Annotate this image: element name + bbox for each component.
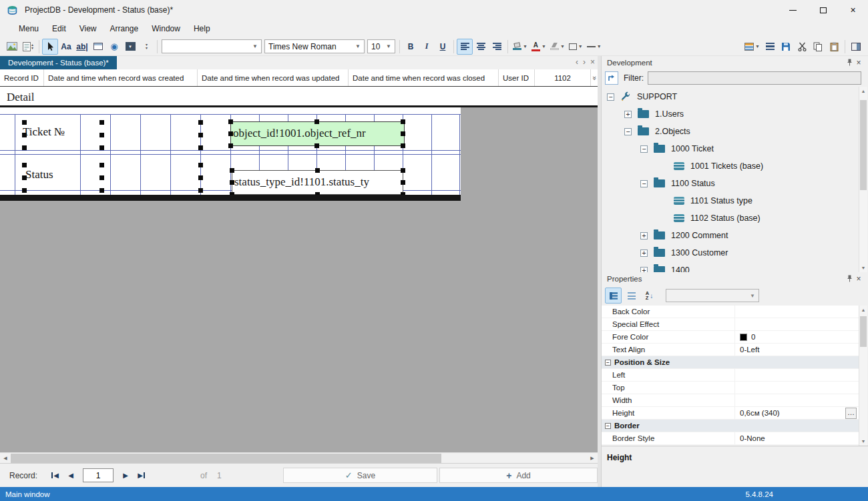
sort-az-button[interactable]: AZ↓ — [641, 288, 658, 304]
ticket-field-control[interactable]: object_id!1001.object_ref_nr — [230, 121, 405, 146]
paste-button[interactable] — [826, 39, 842, 55]
property-row-height[interactable]: Height 0,6см (340) — [602, 407, 859, 420]
bold-button[interactable]: B — [403, 39, 419, 55]
field-column-record-id[interactable]: Record ID — [0, 69, 44, 86]
italic-button[interactable]: I — [419, 39, 435, 55]
tree-toggle[interactable]: + — [640, 249, 648, 257]
tree-toggle[interactable]: + — [640, 267, 648, 273]
scroll-up-arrow-icon[interactable]: ▲ — [859, 87, 867, 95]
style-combo[interactable]: ▼ — [162, 39, 262, 53]
add-record-button[interactable]: +Add — [439, 468, 598, 483]
tab-development-status[interactable]: Development - Status (base)* — [0, 56, 117, 69]
field-column-closed[interactable]: Date and time when record was closed — [349, 69, 499, 86]
property-category-position-size[interactable]: − Position & Size — [602, 356, 859, 369]
tree-item-1400[interactable]: + 1400 — [602, 262, 859, 272]
property-row-border-style[interactable]: Border Style 0-None — [602, 432, 859, 445]
scroll-down-arrow-icon[interactable]: ▼ — [859, 264, 867, 272]
menu-item-menu[interactable]: Menu — [12, 21, 45, 36]
close-button[interactable]: × — [838, 0, 868, 20]
scroll-down-arrow-icon[interactable]: ▼ — [859, 437, 867, 446]
panels-button[interactable] — [848, 39, 864, 55]
ticket-label-control[interactable]: Ticket № — [23, 125, 65, 139]
underline-button[interactable]: U — [435, 39, 451, 55]
property-row-text-align[interactable]: Text Align 0-Left — [602, 344, 859, 356]
tree-toggle[interactable]: + — [640, 232, 648, 239]
tree-toggle[interactable]: − — [607, 93, 614, 101]
form-grid[interactable]: Ticket № Status object_id!1001.object_re… — [0, 107, 461, 201]
scroll-left-arrow-icon[interactable]: ◀ — [0, 453, 11, 464]
combobox-tool-button[interactable]: ▾ — [122, 39, 138, 55]
scrollbar-thumb[interactable] — [11, 454, 441, 463]
last-record-button[interactable]: ▶ — [134, 468, 150, 483]
tree-toggle[interactable]: + — [624, 111, 632, 118]
back-color-button[interactable]: ▼ — [511, 39, 529, 55]
goto-object-button[interactable] — [605, 71, 618, 85]
tree-item-1100-status[interactable]: − 1100 Status — [602, 175, 859, 192]
tree-scrollbar[interactable]: ▲ ▼ — [859, 87, 867, 272]
save-record-button[interactable]: ✓Save — [283, 468, 437, 483]
property-row-left[interactable]: Left — [602, 369, 859, 382]
scrollbar-thumb[interactable] — [860, 100, 867, 190]
first-record-button[interactable]: ◀ — [47, 468, 63, 483]
filter-input[interactable] — [648, 71, 861, 85]
tree-item-1102-status-base[interactable]: 1102 Status (base) — [602, 209, 859, 227]
border-button[interactable]: ▼ — [567, 39, 585, 55]
tree-toggle[interactable]: − — [640, 180, 648, 187]
menu-item-help[interactable]: Help — [187, 21, 217, 36]
scrollbar-thumb[interactable] — [860, 316, 867, 347]
horizontal-scrollbar[interactable]: ◀ ▶ — [0, 452, 598, 463]
label-tool-button[interactable]: Aa — [58, 39, 74, 55]
status-field-control[interactable]: status_type_id!1101.status_ty — [232, 170, 403, 195]
toolbar-overflow-button[interactable]: ▾▾ — [138, 39, 154, 55]
property-row-special-effect[interactable]: Special Effect — [602, 318, 859, 331]
maximize-button[interactable] — [808, 0, 838, 20]
detail-band-header[interactable]: Detail — [0, 87, 598, 107]
cut-button[interactable] — [794, 39, 810, 55]
save-toolbar-button[interactable] — [778, 39, 794, 55]
textbox-tool-button[interactable]: ab| — [74, 39, 90, 55]
field-column-created[interactable]: Date and time when record was created — [44, 69, 198, 86]
category-collapse-icon[interactable]: − — [605, 423, 611, 429]
property-row-width[interactable]: Width — [602, 394, 859, 407]
tab-scroll-right-button[interactable]: › — [583, 57, 586, 67]
field-list-button[interactable] — [762, 39, 778, 55]
align-right-button[interactable] — [489, 39, 505, 55]
category-collapse-icon[interactable]: − — [605, 360, 611, 366]
tab-scroll-left-button[interactable]: ‹ — [576, 57, 578, 67]
categorized-view-button[interactable] — [605, 288, 622, 304]
selection-handles[interactable] — [22, 120, 27, 125]
menu-item-edit[interactable]: Edit — [45, 21, 73, 36]
property-row-fore-color[interactable]: Fore Color 0 — [602, 331, 859, 344]
align-left-button[interactable] — [457, 39, 473, 55]
font-family-combo[interactable]: Times New Roman▼ — [264, 39, 365, 53]
properties-panel-close-icon[interactable]: × — [854, 274, 863, 284]
frame-tool-button[interactable] — [90, 39, 106, 55]
pin-icon[interactable] — [845, 59, 854, 67]
highlight-color-button[interactable]: ▼ — [548, 39, 567, 55]
menu-item-arrange[interactable]: Arrange — [103, 21, 146, 36]
tree-item-1101-status-type[interactable]: 1101 Status type — [602, 192, 859, 209]
table-view-button[interactable]: ▼ — [742, 39, 762, 55]
tree-item-1001-tickets-base[interactable]: 1001 Tickets (base) — [602, 157, 859, 175]
form-designer-canvas[interactable]: Detail Ticket № Status object_id!1001.ob… — [0, 87, 598, 452]
line-style-button[interactable]: ▼ — [585, 39, 604, 55]
menu-item-view[interactable]: View — [73, 21, 103, 36]
select-tool-button[interactable] — [42, 39, 58, 55]
option-tool-button[interactable]: ◉ — [106, 39, 122, 55]
height-editor-button[interactable]: … — [845, 408, 857, 419]
property-object-combo[interactable]: ▼ — [666, 289, 759, 302]
field-column-1102[interactable]: 1102 — [535, 69, 591, 86]
tab-close-button[interactable]: × — [590, 57, 595, 67]
tree-item-1300-customer[interactable]: + 1300 Customer — [602, 244, 859, 262]
scroll-right-arrow-icon[interactable]: ▶ — [587, 453, 598, 464]
pin-icon[interactable] — [845, 275, 854, 284]
copy-button[interactable] — [810, 39, 826, 55]
font-size-combo[interactable]: 10▼ — [367, 39, 395, 53]
next-record-button[interactable]: ▶ — [118, 468, 134, 483]
record-number-input[interactable] — [83, 468, 114, 482]
previous-record-button[interactable]: ◀ — [63, 468, 79, 483]
field-column-updated[interactable]: Date and time when record was updated — [198, 69, 349, 86]
align-center-button[interactable] — [473, 39, 489, 55]
development-panel-close-icon[interactable]: × — [854, 58, 863, 67]
minimize-button[interactable] — [778, 0, 808, 20]
